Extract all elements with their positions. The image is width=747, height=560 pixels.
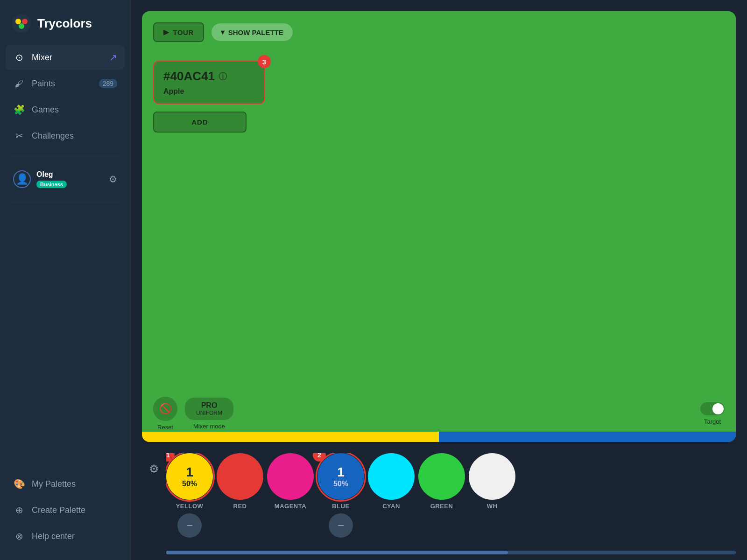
svg-point-3: [19, 23, 24, 29]
scrollbar-area: [131, 545, 747, 560]
target-toggle[interactable]: [700, 402, 725, 415]
my-palettes-icon: 🎨: [13, 478, 25, 490]
info-icon[interactable]: ⓘ: [218, 71, 227, 82]
target-section: Target: [700, 402, 725, 425]
sidebar-item-games[interactable]: 🧩 Games: [6, 97, 125, 122]
scrollbar-thumb[interactable]: [166, 551, 508, 554]
swatch-green[interactable]: GREEN: [418, 453, 465, 510]
reset-button[interactable]: 🚫 Reset: [153, 397, 177, 431]
swatches-row: ⚙ 1 1 50% YELLOW: [142, 453, 736, 510]
reset-icon: 🚫: [153, 397, 177, 421]
mixer-toolbar: ▶ TOUR ▾ SHOW PALETTE: [153, 22, 725, 42]
swatch-selected-border-blue: [316, 453, 366, 502]
user-info: Oleg Business: [36, 170, 67, 188]
swatches-section: ⚙ 1 1 50% YELLOW: [131, 442, 747, 545]
swatch-circle-green: [418, 453, 465, 500]
sidebar-item-create-palette[interactable]: ⊕ Create Palette: [6, 497, 125, 523]
sidebar-label-games: Games: [32, 105, 59, 115]
swatch-label-blue: BLUE: [332, 503, 349, 510]
toggle-knob: [712, 403, 724, 414]
sidebar-item-my-palettes[interactable]: 🎨 My Palettes: [6, 471, 125, 497]
minus-button-blue[interactable]: −: [329, 513, 353, 538]
mixer-mode-label: Mixer mode: [193, 423, 225, 430]
swatch-label-cyan: CYAN: [382, 503, 400, 510]
swatch-yellow-wrapper: 1 1 50%: [166, 453, 213, 500]
swatch-label-red: RED: [233, 503, 247, 510]
main-nav: ⊙ Mixer ↗ 🖌 Paints 289 🧩 Games ✂ Challen…: [0, 45, 130, 148]
create-palette-icon: ⊕: [13, 504, 25, 516]
swatch-red-wrapper: [217, 453, 263, 500]
svg-point-2: [22, 19, 28, 24]
mixer-mode-button[interactable]: PRO UNIFORM Mixer mode: [185, 398, 233, 430]
step-badge-3: 3: [258, 55, 271, 68]
color-hex-display: #40AC41 ⓘ: [163, 69, 255, 84]
pro-uniform-pill: PRO UNIFORM: [185, 398, 233, 420]
swatch-blue-wrapper: 2 1 50%: [317, 453, 364, 500]
sidebar-bottom: 🎨 My Palettes ⊕ Create Palette ⊗ Help ce…: [0, 471, 130, 560]
swatch-red[interactable]: RED: [217, 453, 263, 510]
swatch-yellow[interactable]: 1 1 50% YELLOW: [166, 453, 213, 510]
tour-button[interactable]: ▶ TOUR: [153, 22, 204, 42]
swatch-white-wrapper: [469, 453, 515, 500]
swatch-magenta[interactable]: MAGENTA: [267, 453, 314, 510]
user-name: Oleg: [36, 170, 67, 179]
sidebar-label-create-palette: Create Palette: [32, 505, 85, 515]
swatch-label-magenta: MAGENTA: [275, 503, 306, 510]
pro-label: PRO: [201, 401, 218, 410]
sidebar: Trycolors ⊙ Mixer ↗ 🖌 Paints 289 🧩 Games…: [0, 0, 131, 560]
trend-icon: ↗: [109, 52, 117, 63]
show-palette-button[interactable]: ▾ SHOW PALETTE: [211, 23, 293, 41]
user-plan-badge: Business: [36, 181, 67, 188]
sidebar-item-mixer[interactable]: ⊙ Mixer ↗: [6, 45, 125, 70]
swatch-circle-white: [469, 453, 515, 500]
color-info-box: 3 #40AC41 ⓘ Apple: [153, 61, 265, 104]
avatar: 👤: [13, 170, 31, 188]
color-name-display: Apple: [163, 87, 255, 96]
games-icon: 🧩: [13, 104, 25, 116]
swatch-label-green: GREEN: [430, 503, 453, 510]
app-title: Trycolors: [37, 16, 92, 31]
scrollbar-track[interactable]: [166, 551, 736, 554]
strip-blue: [439, 432, 736, 442]
minus-slot-blue: −: [317, 511, 364, 538]
swatch-label-white: WH: [487, 503, 498, 510]
sidebar-item-help-center[interactable]: ⊗ Help center: [6, 524, 125, 549]
swatch-circle-red: [217, 453, 263, 500]
paints-icon: 🖌: [13, 77, 25, 90]
target-label: Target: [704, 418, 721, 425]
sidebar-item-challenges[interactable]: ✂ Challenges: [6, 123, 125, 148]
add-button[interactable]: ADD: [153, 112, 247, 133]
user-settings-icon[interactable]: ⚙: [109, 174, 117, 185]
sidebar-label-help-center: Help center: [32, 532, 75, 541]
sidebar-label-paints: Paints: [32, 79, 55, 89]
swatch-cyan-wrapper: [368, 453, 415, 500]
minus-button-yellow[interactable]: −: [177, 513, 202, 538]
nav-divider: [11, 156, 119, 156]
mixer-bottom-bar: 🚫 Reset PRO UNIFORM Mixer mode Target: [153, 387, 725, 431]
tour-label: TOUR: [173, 28, 194, 36]
swatch-magenta-wrapper: [267, 453, 314, 500]
swatch-label-yellow: YELLOW: [176, 503, 204, 510]
swatch-white[interactable]: WH: [469, 453, 515, 510]
sidebar-label-mixer: Mixer: [32, 53, 52, 63]
minus-slot-magenta: [267, 511, 314, 538]
swatch-green-wrapper: [418, 453, 465, 500]
svg-point-1: [15, 19, 21, 24]
reset-label: Reset: [157, 424, 173, 431]
tour-icon: ▶: [163, 28, 169, 36]
swatches-list: 1 1 50% YELLOW RED: [166, 453, 736, 510]
mixer-area: ▶ TOUR ▾ SHOW PALETTE 3 #40AC41 ⓘ Apple …: [142, 11, 736, 442]
swatch-cyan[interactable]: CYAN: [368, 453, 415, 510]
minus-slot-yellow: −: [166, 511, 213, 538]
swatches-settings-icon[interactable]: ⚙: [142, 453, 166, 476]
challenges-icon: ✂: [13, 130, 25, 142]
swatch-circle-magenta: [267, 453, 314, 500]
sidebar-item-paints[interactable]: 🖌 Paints 289: [6, 71, 125, 96]
strip-yellow: [142, 432, 439, 442]
user-divider: [11, 202, 119, 203]
sidebar-label-challenges: Challenges: [32, 131, 74, 141]
paints-badge: 289: [99, 79, 117, 88]
swatch-blue[interactable]: 2 1 50% BLUE: [317, 453, 364, 510]
logo-area: Trycolors: [0, 0, 130, 45]
show-palette-label: SHOW PALETTE: [228, 28, 283, 36]
